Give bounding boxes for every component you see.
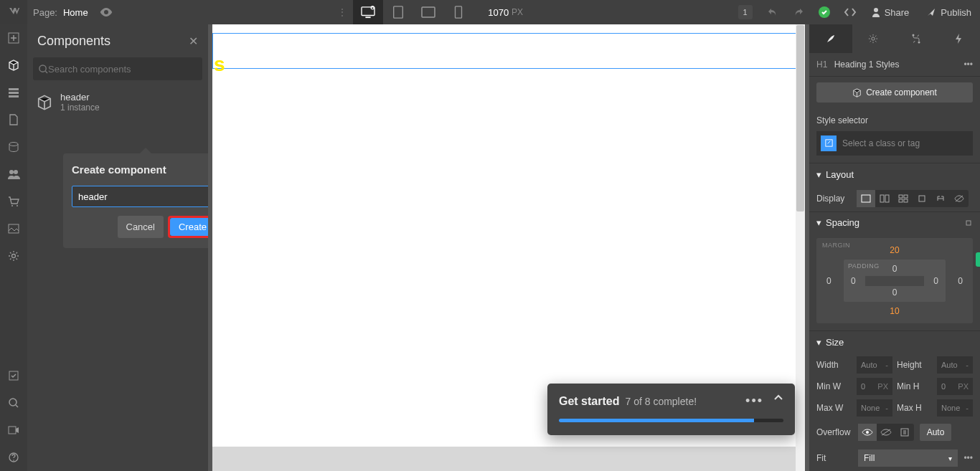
- maxh-label: Max H: [897, 399, 933, 417]
- fit-select[interactable]: Fill ▾: [858, 449, 958, 467]
- selected-element-outline[interactable]: [212, 33, 805, 69]
- preview-toggle-icon[interactable]: [95, 0, 117, 24]
- svg-point-28: [918, 41, 920, 43]
- webflow-logo[interactable]: [0, 0, 27, 24]
- interactions-tab[interactable]: [895, 24, 938, 53]
- component-item[interactable]: header 1 instance: [27, 86, 208, 118]
- spacing-expand-icon[interactable]: [964, 219, 973, 227]
- components-search-input[interactable]: [48, 64, 197, 75]
- canvas-scrollbar[interactable]: [796, 24, 805, 471]
- padding-right[interactable]: 0: [933, 276, 938, 286]
- svg-point-15: [14, 170, 18, 174]
- toast-title: Get started: [559, 395, 619, 408]
- selection-tag: H1: [816, 60, 827, 70]
- size-grid: Width Auto- Height Auto- Min W 0PX Min H…: [809, 353, 980, 419]
- add-element-button[interactable]: [0, 24, 27, 52]
- display-inlineblock-button[interactable]: [913, 190, 931, 207]
- display-none-button[interactable]: [950, 190, 969, 207]
- page-name[interactable]: Home: [63, 7, 95, 18]
- settings-tab[interactable]: [852, 24, 895, 53]
- components-title: Components: [37, 34, 110, 49]
- component-item-text: header 1 instance: [60, 92, 100, 113]
- cancel-button[interactable]: Cancel: [118, 216, 164, 238]
- audit-button[interactable]: [0, 362, 27, 389]
- cms-button[interactable]: [0, 133, 27, 161]
- display-grid-button[interactable]: [894, 190, 913, 207]
- style-selector[interactable]: Select a class or tag: [816, 131, 973, 156]
- video-button[interactable]: [0, 417, 27, 444]
- svg-rect-30: [862, 195, 870, 202]
- redo-button[interactable]: [786, 0, 811, 24]
- ecommerce-button[interactable]: [0, 188, 27, 215]
- status-ok-icon[interactable]: [811, 0, 837, 24]
- export-code-button[interactable]: [837, 0, 863, 24]
- padding-left[interactable]: 0: [851, 276, 856, 286]
- device-mobile-button[interactable]: [443, 0, 473, 24]
- overflow-visible-button[interactable]: [858, 424, 877, 441]
- overflow-scroll-button[interactable]: [895, 424, 914, 441]
- page-label: Page:: [27, 7, 63, 18]
- height-input[interactable]: Auto-: [937, 356, 973, 374]
- device-tablet-button[interactable]: [383, 0, 413, 24]
- undo-button[interactable]: [760, 0, 786, 24]
- style-tab[interactable]: [809, 24, 852, 53]
- selector-icon: [821, 135, 837, 151]
- fit-label: Fit: [816, 453, 852, 463]
- padding-label: PADDING: [848, 262, 880, 270]
- overflow-hidden-button[interactable]: [877, 424, 895, 441]
- size-section-head[interactable]: ▾ Size: [809, 330, 980, 353]
- toast-progress-bar: [559, 419, 783, 422]
- close-icon[interactable]: ✕: [189, 34, 198, 48]
- canvas-width-value[interactable]: 1070: [488, 7, 509, 18]
- scrollbar-thumb[interactable]: [796, 25, 804, 211]
- create-component-button[interactable]: Create component: [816, 82, 973, 103]
- margin-bottom[interactable]: 10: [890, 306, 899, 316]
- selection-row: H1 Heading 1 Styles •••: [809, 53, 980, 77]
- toast-more-icon[interactable]: •••: [745, 394, 763, 409]
- create-component-dialog: Create component Cancel Create: [63, 153, 226, 248]
- minw-input[interactable]: 0PX: [857, 378, 892, 395]
- display-flex-button[interactable]: [875, 190, 894, 207]
- svg-rect-37: [919, 196, 925, 201]
- share-button[interactable]: Share: [863, 0, 918, 24]
- help-button[interactable]: [0, 444, 27, 471]
- overflow-auto-button[interactable]: Auto: [920, 424, 951, 441]
- margin-right[interactable]: 0: [958, 276, 963, 286]
- more-icon[interactable]: ⋮: [331, 7, 353, 17]
- display-inline-button[interactable]: [931, 190, 950, 207]
- assets-button[interactable]: [0, 215, 27, 242]
- maxh-input[interactable]: None-: [937, 399, 973, 417]
- fit-row: Fit Fill ▾ •••: [809, 445, 980, 471]
- search-button[interactable]: [0, 389, 27, 417]
- width-input[interactable]: Auto-: [857, 356, 892, 374]
- padding-top[interactable]: 0: [892, 264, 897, 274]
- fit-value: Fill: [864, 453, 875, 463]
- pages-button[interactable]: [0, 106, 27, 133]
- margin-top[interactable]: 20: [890, 245, 899, 255]
- display-block-button[interactable]: [857, 190, 875, 207]
- layout-section-head[interactable]: ▾ Layout: [809, 163, 980, 186]
- padding-bottom[interactable]: 0: [892, 287, 897, 298]
- toast-progress-fill: [559, 419, 754, 422]
- create-component-input[interactable]: [72, 186, 217, 207]
- toast-collapse-icon[interactable]: [773, 394, 783, 409]
- minh-input[interactable]: 0PX: [937, 378, 973, 395]
- size-label: Size: [826, 337, 844, 348]
- margin-left[interactable]: 0: [826, 276, 831, 286]
- settings-button[interactable]: [0, 242, 27, 270]
- device-desktop-button[interactable]: ★: [353, 0, 383, 24]
- fit-more-icon[interactable]: •••: [963, 453, 973, 463]
- selection-more-icon[interactable]: •••: [963, 60, 973, 70]
- components-search[interactable]: [33, 57, 202, 80]
- device-tablet-landscape-button[interactable]: [413, 0, 443, 24]
- components-button[interactable]: [0, 52, 27, 79]
- effects-tab[interactable]: [938, 24, 981, 53]
- changes-badge[interactable]: 1: [738, 5, 753, 19]
- users-button[interactable]: [0, 161, 27, 188]
- navigator-button[interactable]: [0, 79, 27, 106]
- publish-button[interactable]: Publish: [918, 0, 980, 24]
- maxw-input[interactable]: None-: [857, 399, 892, 417]
- edge-indicator[interactable]: [976, 252, 980, 267]
- spacing-section-head[interactable]: ▾ Spacing: [809, 211, 980, 234]
- canvas-heading-text[interactable]: s: [214, 53, 225, 76]
